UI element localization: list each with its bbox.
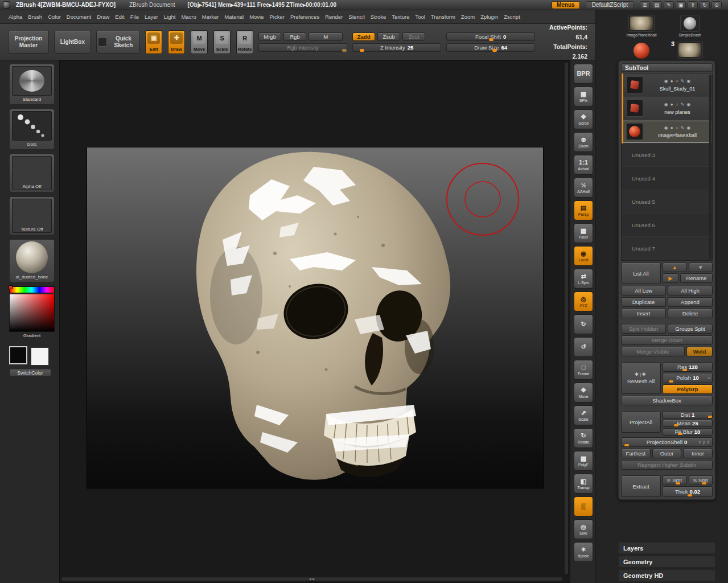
subtool-thumbnail[interactable] (626, 123, 643, 140)
list-all-button[interactable]: List All (621, 262, 661, 284)
zadd-button[interactable]: Zadd (352, 32, 375, 41)
palette-header[interactable]: Geometry (618, 556, 715, 568)
subtool-select-button[interactable]: ▶ (663, 273, 678, 283)
shelf-xpose-button[interactable]: ✶ Xpose (574, 542, 593, 562)
polypaint-toggle-icon[interactable]: ● (671, 102, 673, 108)
subtool-up-button[interactable]: ▲ (663, 262, 687, 272)
palette-header[interactable]: Layers (618, 542, 715, 554)
canvas-vertical-scrollbar[interactable] (564, 62, 569, 574)
solo-eye-icon[interactable]: ◉ (686, 102, 690, 108)
shelf-actual-button[interactable]: 1:1 Actual (574, 155, 593, 175)
rgb-intensity-slider[interactable]: Rgb Intensity (258, 43, 347, 52)
uv-toggle-icon[interactable]: ○ (676, 102, 678, 108)
inner-button[interactable]: Inner (683, 449, 713, 458)
quick-sketch-button[interactable]: Quick Sketch (96, 31, 140, 54)
shelf-lsym-button[interactable]: ⇄ L.Sym (574, 269, 593, 289)
pen-icon[interactable]: ✎ (664, 1, 674, 9)
visibility-eye-icon[interactable]: ◉ (664, 125, 668, 131)
shelf-local-button[interactable]: ◉ Local (574, 246, 593, 266)
menu-item[interactable]: Preferences (287, 14, 322, 20)
subtool-list-scrollbar[interactable] (709, 75, 711, 259)
merge-down-button[interactable]: Merge Down (621, 335, 713, 345)
menus-button[interactable]: Menus (552, 1, 580, 9)
visibility-eye-icon[interactable]: ◉ (664, 79, 668, 84)
menu-item[interactable]: Material (221, 14, 246, 20)
thick-slider[interactable]: Thick 0.02 (663, 486, 713, 497)
rename-pen-icon[interactable]: ✎ (680, 79, 684, 84)
shelf-floor-button[interactable]: ▦ Floor (574, 223, 593, 243)
mrgb-button[interactable]: Mrgb (258, 32, 281, 41)
draw-button[interactable]: ✚ Draw (168, 30, 185, 54)
palette-header[interactable]: Geometry HD (618, 569, 715, 581)
zbrush-document[interactable] (87, 147, 543, 488)
shelf-frame-button[interactable]: □ Frame (574, 360, 593, 380)
polish-mode-toggle-icon[interactable]: ○ (708, 375, 710, 380)
main-color-swatch[interactable] (9, 346, 27, 364)
focal-shift-slider[interactable]: Focal Shift 0 (446, 32, 535, 41)
e-smt-button[interactable]: E Smt (663, 475, 687, 485)
menu-item[interactable]: Movie (246, 14, 266, 20)
menu-item[interactable]: Draw (94, 14, 112, 20)
rotate-button[interactable]: R Rotate (236, 30, 253, 54)
outer-button[interactable]: Outer (652, 449, 682, 458)
sliders-icon[interactable]: ≣ (640, 1, 650, 9)
polypaint-toggle-icon[interactable]: ● (671, 125, 673, 131)
rename-pen-icon[interactable]: ✎ (680, 102, 684, 108)
move-button[interactable]: M Move (191, 30, 208, 54)
polygrp-button[interactable]: PolyGrp (663, 384, 713, 394)
raise-icon[interactable]: ⇑ (688, 1, 698, 9)
shelf-transp-button[interactable]: ◧ Transp (574, 474, 593, 494)
menu-item[interactable]: Transform (428, 14, 458, 20)
z-intensity-slider[interactable]: Z Intensity 25 (352, 43, 441, 52)
current-alpha-tile[interactable]: Alpha Off (9, 154, 55, 192)
split-hidden-button[interactable]: Split Hidden (621, 324, 666, 334)
polypaint-toggle-icon[interactable]: ● (671, 79, 673, 84)
mean-slider[interactable]: Mean 25 (663, 420, 713, 427)
shelf-aahalf-button[interactable]: ½ AAHalf (574, 178, 593, 198)
merge-visible-button[interactable]: Merge Visible (621, 347, 685, 356)
menu-item[interactable]: Zoom (458, 14, 478, 20)
shelf-spin-left-button[interactable]: ↺ (574, 337, 593, 357)
lock-icon[interactable]: ▣ (676, 1, 686, 9)
canvas-horizontal-scrollbar[interactable]: ◄► (61, 577, 563, 581)
saturation-value-square[interactable] (9, 294, 55, 332)
zsub-button[interactable]: Zsub (377, 32, 400, 41)
shelf-persp-button[interactable]: ▤ Persp (574, 200, 593, 220)
duplicate-button[interactable]: Duplicate (621, 297, 666, 307)
rename-button[interactable]: Rename (680, 273, 713, 283)
subtool-thumbnail[interactable] (626, 76, 643, 93)
current-texture-tile[interactable]: Texture Off (9, 196, 55, 235)
power-icon[interactable]: ⊙ (711, 1, 722, 9)
color-picker[interactable]: Gradient (9, 286, 55, 339)
m-button[interactable]: M (309, 32, 343, 41)
visibility-eye-icon[interactable]: ◉ (664, 102, 668, 108)
subtool-empty-slot[interactable]: Unused 4 (622, 167, 712, 190)
projection-master-button[interactable]: Projection Master (8, 31, 49, 54)
menu-item[interactable]: Tool (412, 14, 427, 20)
zcut-button[interactable]: Zcut (402, 32, 425, 41)
cycle-icon[interactable]: ↻ (700, 1, 710, 9)
subtool-thumbnail[interactable] (626, 100, 643, 117)
project-all-button[interactable]: ProjectAll (621, 411, 661, 433)
menu-item[interactable]: Zplugin (478, 14, 501, 20)
rgb-button[interactable]: Rgb (283, 32, 306, 41)
shelf-polyf-button[interactable]: ▩ PolyF (574, 451, 593, 471)
quickpick-imageplanexball-1[interactable]: ImagePlaneXball (618, 13, 665, 38)
shadowbox-button[interactable]: ShadowBox (621, 396, 713, 405)
shelf-rotate-button[interactable]: ↻ Rotate (574, 428, 593, 448)
menu-item[interactable]: Stroke (368, 14, 389, 20)
menu-item[interactable]: Layer (142, 14, 161, 20)
quickpick-simplebrush[interactable]: SimpleBrush (667, 13, 713, 38)
draw-size-slider[interactable]: Draw Size 64 (446, 43, 535, 52)
extract-button[interactable]: Extract (621, 475, 661, 497)
subtool-empty-slot[interactable]: Unused 3 (622, 143, 712, 167)
subtool-down-button[interactable]: ▼ (689, 262, 713, 272)
shelf-move-button[interactable]: ✥ Move (574, 383, 593, 403)
lightbox-button[interactable]: LightBox (54, 31, 91, 54)
menu-item[interactable]: Color (45, 14, 64, 20)
shelf-xyz-button[interactable]: ◎ XYZ (574, 292, 593, 311)
subtool-row-new-planes[interactable]: ◉ ● ○ ✎ ◉ new planes (622, 97, 712, 120)
shelf-solo-button[interactable]: ◎ Solo (574, 519, 593, 539)
insert-button[interactable]: Insert (621, 309, 666, 318)
subtool-empty-slot[interactable]: Unused 6 (622, 214, 712, 237)
